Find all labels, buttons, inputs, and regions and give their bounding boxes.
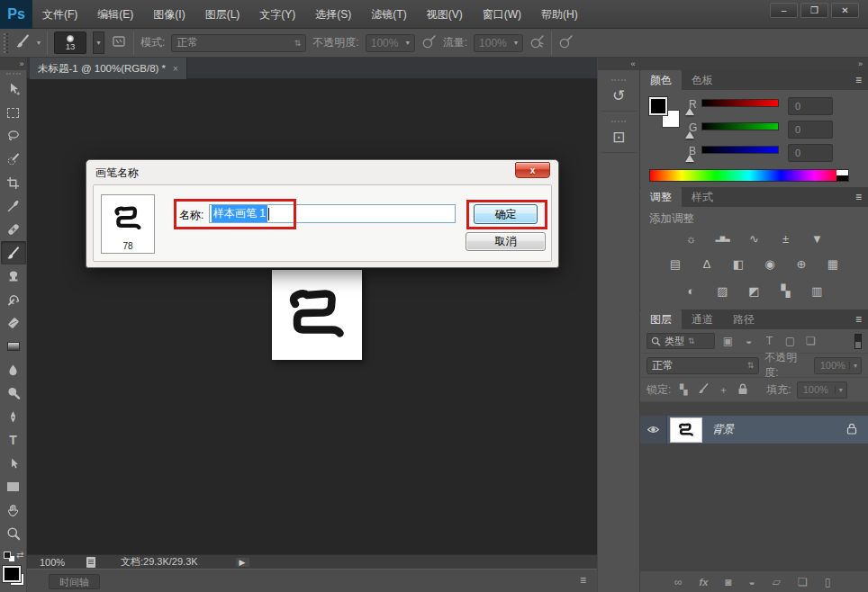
pen-tool[interactable] [1, 405, 26, 428]
properties-panel-button[interactable]: ⊡ [601, 112, 637, 153]
lock-position-icon[interactable]: ＋ [716, 383, 730, 397]
levels-icon[interactable]: ▂▆▃ [712, 230, 734, 247]
toggle-brush-panel-icon[interactable] [111, 34, 127, 51]
curves-icon[interactable]: ∿ [744, 230, 765, 247]
red-value-field[interactable]: 0 [788, 97, 833, 115]
menu-window[interactable]: 窗口(W) [473, 0, 531, 29]
menu-view[interactable]: 视图(V) [417, 0, 473, 29]
selective-color-icon[interactable]: ▚ [775, 283, 797, 299]
menu-filter[interactable]: 滤镜(T) [361, 0, 416, 29]
background-layer-row[interactable]: 背景 [640, 416, 868, 444]
lock-all-icon[interactable] [736, 383, 750, 397]
zoom-tool[interactable] [1, 522, 26, 545]
color-lookup-icon[interactable]: ▦ [822, 256, 844, 272]
color-spectrum-ramp[interactable] [649, 169, 849, 182]
healing-brush-tool[interactable] [1, 218, 26, 241]
tab-channels[interactable]: 通道 [682, 309, 723, 329]
dialog-close-button[interactable]: x [515, 162, 550, 178]
layer-visibility-cell[interactable] [640, 416, 667, 444]
brush-picker-dropdown[interactable]: ▾ [93, 31, 104, 54]
close-button[interactable]: ✕ [831, 3, 859, 18]
threshold-icon[interactable]: ◩ [744, 283, 765, 299]
document-close-icon[interactable]: × [173, 64, 178, 74]
layer-filter-dropdown[interactable]: 类型 ⇅ [646, 333, 715, 349]
green-value-field[interactable]: 0 [788, 121, 833, 139]
vibrance-icon[interactable]: ▼ [807, 230, 828, 247]
shape-tool[interactable] [1, 475, 26, 498]
tab-styles[interactable]: 样式 [682, 187, 723, 207]
clone-stamp-tool[interactable] [1, 265, 26, 288]
menu-image[interactable]: 图像(I) [143, 0, 194, 29]
link-layers-icon[interactable]: ∞ [674, 576, 683, 588]
canvas-background[interactable] [27, 79, 597, 554]
flow-dropdown[interactable]: 100% ▾ [474, 34, 523, 52]
default-colors-icon[interactable] [4, 552, 11, 559]
color-balance-icon[interactable]: ∆ [696, 256, 718, 272]
swap-colors-icon[interactable]: ⇄ [16, 550, 23, 560]
red-slider[interactable] [701, 99, 779, 107]
tab-layers[interactable]: 图层 [640, 309, 682, 329]
filter-shape-layers-icon[interactable]: ▢ [782, 335, 798, 347]
channel-mixer-icon[interactable]: ⊕ [791, 256, 812, 272]
tool-preset-dropdown-icon[interactable]: ▾ [37, 39, 41, 47]
add-layer-mask-icon[interactable]: ◙ [725, 576, 731, 588]
tab-adjustments[interactable]: 调整 [640, 187, 682, 207]
blend-mode-dropdown[interactable]: 正常 ⇅ [171, 34, 306, 52]
dodge-tool[interactable] [1, 381, 26, 405]
menu-layer[interactable]: 图层(L) [195, 0, 250, 29]
cancel-button[interactable]: 取消 [466, 232, 546, 251]
brush-size-preview[interactable]: 13 [54, 31, 86, 54]
panel-strip-collapse-icon[interactable]: « [598, 58, 640, 70]
opacity-dropdown[interactable]: 100% ▾ [366, 34, 415, 52]
new-layer-icon[interactable]: ❏ [798, 576, 808, 588]
layer-blend-mode-dropdown[interactable]: 正常 ⇅ [646, 357, 759, 374]
gradient-tool[interactable] [1, 335, 26, 358]
document-tab[interactable]: 未标题-1 @ 100%(RGB/8) * × [30, 58, 187, 79]
eyedropper-tool[interactable] [1, 194, 26, 218]
zoom-level-field[interactable]: 100% [40, 557, 86, 568]
crop-tool[interactable] [1, 171, 26, 194]
lock-paint-icon[interactable] [696, 382, 710, 397]
menu-file[interactable]: 文件(F) [32, 0, 87, 29]
photo-filter-icon[interactable]: ◉ [759, 256, 781, 272]
brightness-contrast-icon[interactable]: ☼ [681, 230, 702, 247]
filter-type-layers-icon[interactable]: T [762, 335, 777, 347]
tools-collapse-control[interactable]: » [0, 58, 27, 70]
menu-edit[interactable]: 编辑(E) [87, 0, 143, 29]
history-brush-tool[interactable] [1, 288, 26, 311]
layer-style-icon[interactable]: fx [700, 577, 709, 588]
posterize-icon[interactable]: ▨ [712, 283, 734, 299]
gradient-map-icon[interactable]: ▥ [807, 283, 828, 299]
layer-fill-field[interactable]: 100% ▾ [797, 381, 847, 399]
filter-smart-objects-icon[interactable]: ❏ [803, 335, 818, 347]
eraser-tool[interactable] [1, 311, 26, 335]
lock-transparency-icon[interactable]: ▚ [676, 384, 691, 396]
quick-selection-tool[interactable] [1, 148, 26, 171]
new-group-icon[interactable]: ▱ [773, 576, 781, 588]
move-tool[interactable] [1, 77, 26, 101]
path-selection-tool[interactable] [1, 452, 26, 475]
filter-pixel-layers-icon[interactable]: ▣ [720, 335, 736, 347]
menu-help[interactable]: 帮助(H) [531, 0, 588, 29]
timeline-menu-icon[interactable]: ≡ [580, 574, 586, 587]
pressure-opacity-icon[interactable] [421, 34, 437, 52]
black-swatch[interactable] [836, 175, 848, 181]
foreground-color-swatch[interactable] [3, 566, 21, 582]
new-adjustment-layer-icon[interactable]: ◒ [749, 576, 755, 588]
invert-icon[interactable]: ◐ [681, 283, 702, 299]
black-white-icon[interactable]: ◧ [728, 256, 749, 272]
history-panel-button[interactable]: ↺ [601, 70, 637, 112]
brush-tool-preset-icon[interactable] [14, 33, 31, 52]
layer-name[interactable]: 背景 [712, 422, 734, 437]
exposure-icon[interactable]: ± [775, 230, 797, 247]
filter-toggle-switch[interactable] [854, 334, 862, 349]
color-panel-menu-icon[interactable]: ≡ [855, 70, 862, 90]
marquee-tool[interactable] [1, 101, 26, 124]
menu-select[interactable]: 选择(S) [305, 0, 361, 29]
delete-layer-icon[interactable]: ▯ [825, 576, 831, 588]
blue-slider-thumb[interactable] [685, 155, 694, 162]
pressure-size-icon[interactable] [558, 34, 574, 52]
layer-opacity-field[interactable]: 100% ▾ [814, 357, 862, 374]
minimize-button[interactable]: – [770, 3, 798, 18]
menu-type[interactable]: 文字(Y) [249, 0, 305, 29]
